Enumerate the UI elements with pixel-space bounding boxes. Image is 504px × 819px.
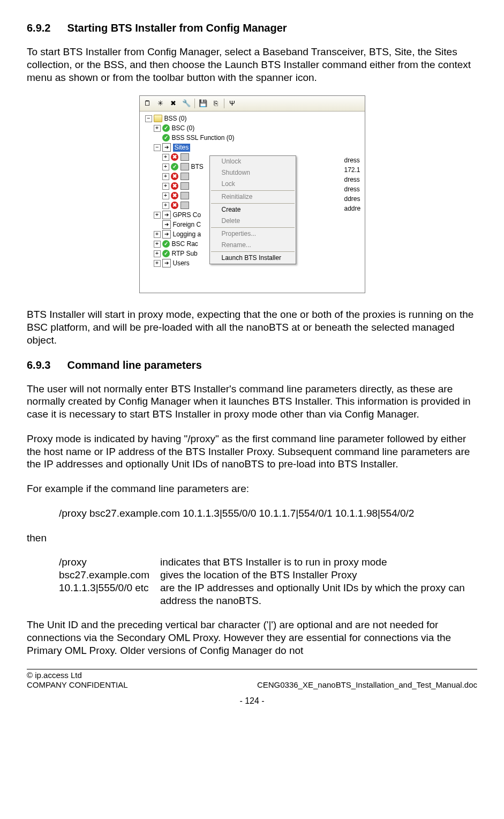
block-icon	[180, 192, 189, 199]
toolbar: 🗒 ✳ ✖ 🔧 💾 ⎘ Ψ	[140, 96, 365, 111]
screenshot-figure: 🗒 ✳ ✖ 🔧 💾 ⎘ Ψ − BSS (0) + ✓ BSC (0)	[27, 95, 477, 293]
ctx-separator	[211, 251, 295, 252]
expand-icon[interactable]: +	[154, 241, 161, 248]
expand-icon[interactable]: +	[162, 154, 169, 161]
ctx-reinitialize[interactable]: Reinitialize	[210, 191, 296, 203]
block-icon	[180, 202, 189, 209]
paragraph: To start BTS Installer from Config Manag…	[27, 46, 477, 84]
footer-rule	[27, 669, 477, 669]
expand-icon[interactable]: +	[162, 173, 169, 180]
folder-icon	[154, 115, 162, 122]
page-footer: © ip.access Ltd COMPANY CONFIDENTIAL CEN…	[27, 671, 477, 707]
arrow-icon: ➔	[162, 211, 171, 219]
block-icon	[180, 182, 189, 190]
ok-icon: ✓	[171, 163, 178, 170]
ctx-separator	[211, 190, 295, 191]
tree-view[interactable]: − BSS (0) + ✓ BSC (0) ✓ BSS SSL Function…	[140, 111, 365, 293]
ok-icon: ✓	[162, 240, 170, 248]
ctx-delete[interactable]: Delete	[210, 215, 296, 227]
arrow-icon: ➔	[162, 230, 171, 239]
toolbar-separator	[194, 99, 195, 108]
expand-icon[interactable]: +	[154, 250, 161, 257]
error-icon: ✖	[171, 192, 178, 199]
ctx-properties[interactable]: Properties...	[210, 228, 296, 240]
table-row: /proxy indicates that BTS Installer is t…	[59, 556, 477, 569]
paragraph: For example if the command line paramete…	[27, 482, 477, 495]
ctx-rename[interactable]: Rename...	[210, 240, 296, 251]
tree-node-bsc[interactable]: + ✓ BSC (0)	[142, 123, 365, 133]
error-icon: ✖	[171, 202, 178, 209]
ctx-separator	[211, 203, 295, 204]
tree-node-ssl[interactable]: ✓ BSS SSL Function (0)	[142, 133, 365, 143]
clipped-right-panel: dress 172.1 dress dress ddres addre	[344, 155, 365, 213]
save-icon[interactable]: 💾	[197, 98, 209, 109]
ok-icon: ✓	[162, 250, 170, 257]
parameter-table: /proxy indicates that BTS Installer is t…	[59, 556, 477, 607]
error-icon: ✖	[171, 153, 178, 161]
collapse-icon[interactable]: −	[145, 115, 152, 122]
ctx-separator	[211, 227, 295, 228]
ok-icon: ✓	[162, 134, 170, 142]
toolbar-separator	[224, 99, 224, 108]
error-icon: ✖	[171, 173, 178, 180]
ctx-launch-bts-installer[interactable]: Launch BTS Installer	[210, 252, 296, 264]
paragraph: The user will not normally enter BTS Ins…	[27, 383, 477, 421]
expand-icon[interactable]: +	[162, 163, 169, 170]
note-icon[interactable]: 🗒	[142, 98, 154, 109]
expand-icon[interactable]: +	[154, 125, 161, 132]
new-icon[interactable]: ✳	[155, 98, 167, 109]
paragraph: The Unit ID and the preceding vertical b…	[27, 619, 477, 657]
delete-icon[interactable]: ✖	[168, 98, 179, 109]
copy-icon[interactable]: ⎘	[210, 98, 222, 109]
expand-icon[interactable]: +	[154, 212, 161, 219]
block-icon	[180, 173, 189, 180]
section-heading-6-9-2: 6.9.2 Starting BTS Installer from Config…	[27, 21, 477, 35]
expand-icon[interactable]: +	[162, 202, 169, 209]
table-row: 10.1.1.3|555/0/0 etc are the IP addresse…	[59, 582, 477, 607]
paragraph: Proxy mode is indicated by having "/prox…	[27, 433, 477, 471]
tree-node-bss[interactable]: − BSS (0)	[142, 114, 365, 123]
table-row: bsc27.example.com gives the location of …	[59, 569, 477, 582]
ctx-unlock[interactable]: Unlock	[210, 156, 296, 167]
copyright: © ip.access Ltd	[27, 671, 477, 681]
ok-icon: ✓	[162, 124, 170, 132]
section-heading-6-9-3: 6.9.3 Command line parameters	[27, 359, 477, 372]
confidential-label: COMPANY CONFIDENTIAL	[27, 680, 128, 690]
arrow-icon: ➔	[162, 259, 171, 267]
context-menu: Unlock Shutdown Lock Reinitialize Create…	[209, 155, 296, 264]
expand-icon[interactable]: +	[162, 183, 169, 190]
ctx-lock[interactable]: Lock	[210, 178, 296, 190]
ctx-create[interactable]: Create	[210, 204, 296, 215]
error-icon: ✖	[171, 182, 178, 190]
arrow-icon: ➔	[162, 143, 171, 152]
block-icon	[180, 163, 189, 170]
selected-label: Sites	[173, 144, 191, 152]
paragraph: BTS Installer will start in proxy mode, …	[27, 308, 477, 346]
wrench-icon[interactable]: 🔧	[180, 98, 192, 109]
block-icon	[180, 153, 189, 161]
arrow-icon: ➜	[162, 220, 171, 229]
expand-icon[interactable]: +	[154, 231, 161, 238]
ctx-shutdown[interactable]: Shutdown	[210, 167, 296, 178]
config-manager-window: 🗒 ✳ ✖ 🔧 💾 ⎘ Ψ − BSS (0) + ✓ BSC (0)	[139, 95, 365, 293]
collapse-icon[interactable]: −	[154, 144, 161, 151]
tree-node-sites[interactable]: − ➔ Sites	[142, 143, 365, 152]
page-number: - 124 -	[27, 696, 477, 706]
expand-icon[interactable]: +	[154, 260, 161, 267]
filter-icon[interactable]: Ψ	[227, 98, 238, 109]
code-example: /proxy bsc27.example.com 10.1.1.3|555/0/…	[27, 507, 477, 520]
expand-icon[interactable]: +	[162, 192, 169, 199]
document-name: CENG0336_XE_nanoBTS_Installation_and_Tes…	[257, 680, 477, 690]
paragraph: then	[27, 532, 477, 545]
